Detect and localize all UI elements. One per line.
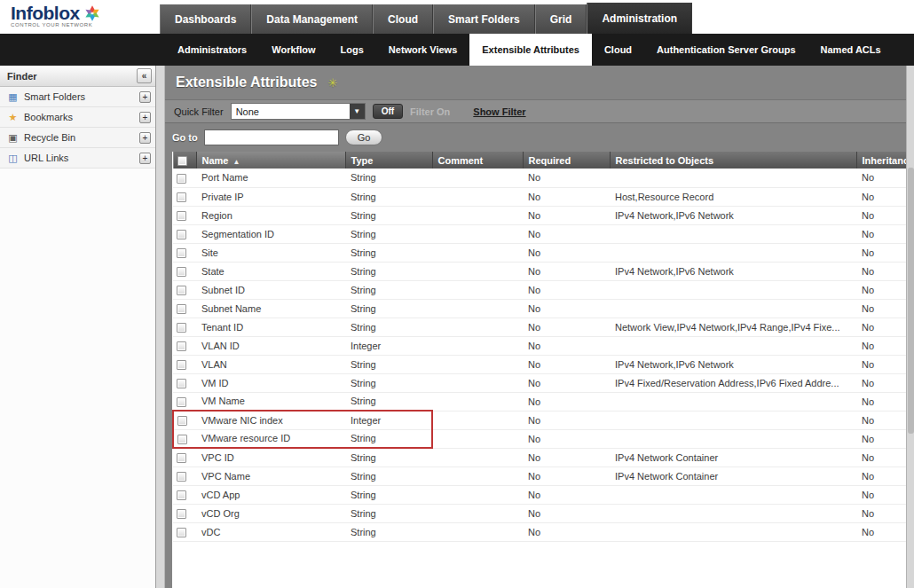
row-checkbox[interactable] <box>177 528 186 537</box>
cell-required: No <box>523 243 610 262</box>
row-checkbox[interactable] <box>177 323 186 333</box>
expand-plus-button[interactable]: + <box>139 153 151 164</box>
cell-required: No <box>523 224 610 243</box>
column-header-type[interactable]: Type <box>345 152 432 169</box>
sidebar-item-smart-folders[interactable]: ▦ Smart Folders + <box>0 87 155 107</box>
vertical-scrollbar[interactable] <box>906 66 914 588</box>
scrollbar-thumb[interactable] <box>908 168 914 434</box>
row-checkbox[interactable] <box>177 435 187 444</box>
sub-tab-logs[interactable]: Logs <box>328 34 376 66</box>
cell-type: String <box>345 169 432 187</box>
sidebar-item-url-links[interactable]: ◫ URL Links + <box>0 148 155 169</box>
row-checkbox[interactable] <box>177 490 186 500</box>
main-tab-grid[interactable]: Grid <box>535 4 587 34</box>
table-row[interactable]: VPC NameStringNoIPv4 Network ContainerNo <box>173 466 914 485</box>
table-row[interactable]: VMware resource IDStringNoNo <box>173 429 914 448</box>
column-header-comment[interactable]: Comment <box>432 152 523 169</box>
sub-tab-extensible-attributes[interactable]: Extensible Attributes <box>469 34 592 66</box>
row-checkbox[interactable] <box>177 472 186 482</box>
expand-plus-button[interactable]: + <box>139 112 151 123</box>
chevron-down-icon[interactable]: ▼ <box>350 104 365 119</box>
table-row[interactable]: Private IPStringNoHost,Resource RecordNo <box>173 187 914 206</box>
sub-tab-authentication-server-groups[interactable]: Authentication Server Groups <box>644 34 808 66</box>
row-checkbox[interactable] <box>177 267 186 277</box>
row-checkbox[interactable] <box>177 174 186 184</box>
table-row[interactable]: vDCStringNoNo <box>173 522 914 541</box>
main-tab-smart-folders[interactable]: Smart Folders <box>433 4 535 34</box>
cell-type: String <box>345 355 432 373</box>
table-row[interactable]: VPC IDStringNoIPv4 Network ContainerNo <box>173 448 914 466</box>
show-filter-link[interactable]: Show Filter <box>473 106 525 117</box>
sidebar-item-bookmarks[interactable]: ★ Bookmarks + <box>0 107 155 128</box>
row-checkbox[interactable] <box>177 192 186 202</box>
column-header-restricted-to-objects[interactable]: Restricted to Objects <box>610 152 856 169</box>
row-checkbox[interactable] <box>177 230 186 239</box>
table-row[interactable]: Subnet IDStringNoNo <box>173 280 914 299</box>
table-row[interactable]: SiteStringNoNo <box>173 243 914 262</box>
cell-name: VMware resource ID <box>196 429 345 448</box>
filter-off-toggle[interactable]: Off <box>373 104 403 119</box>
cell-type: String <box>345 299 432 318</box>
row-checkbox[interactable] <box>177 341 186 351</box>
select-all-checkbox[interactable] <box>177 156 187 166</box>
column-header-name[interactable]: Name▲ <box>196 152 345 169</box>
select-all-header-cell <box>173 152 196 169</box>
panel-splitter[interactable] <box>156 66 165 588</box>
sidebar-item-recycle-bin[interactable]: ▣ Recycle Bin + <box>0 128 155 148</box>
goto-input[interactable] <box>204 129 339 145</box>
sub-tab-named-acls[interactable]: Named ACLs <box>808 34 894 66</box>
table-row[interactable]: Port NameStringNoNo <box>173 169 914 187</box>
cell-type: Integer <box>345 336 432 355</box>
attributes-table-wrap: Name▲ Type Comment Required Restricted t… <box>172 152 914 588</box>
table-row[interactable]: StateStringNoIPv4 Network,IPv6 NetworkNo <box>173 262 914 280</box>
quick-filter-select[interactable]: None ▼ <box>231 103 366 120</box>
cell-required: No <box>523 485 610 504</box>
table-row[interactable]: Segmentation IDStringNoNo <box>173 224 914 243</box>
row-checkbox[interactable] <box>177 211 186 221</box>
table-row[interactable]: VM IDStringNoIPv4 Fixed/Reservation Addr… <box>173 373 914 392</box>
row-checkbox[interactable] <box>177 509 186 519</box>
column-label: Type <box>351 155 374 166</box>
table-row[interactable]: VLANStringNoIPv4 Network,IPv6 NetworkNo <box>173 355 914 373</box>
main-tab-dashboards[interactable]: Dashboards <box>160 4 251 34</box>
row-checkbox[interactable] <box>177 248 186 258</box>
brand-logo: Infoblox CONTROL YOUR NETWORK <box>0 0 160 34</box>
table-row[interactable]: Tenant IDStringNoNetwork View,IPv4 Netwo… <box>173 318 914 336</box>
sub-tab-workflow[interactable]: Workflow <box>259 34 327 66</box>
table-row[interactable]: vCD AppStringNoNo <box>173 485 914 504</box>
row-checkbox[interactable] <box>177 379 186 388</box>
sidebar-item-label: URL Links <box>24 153 139 163</box>
collapse-panel-button[interactable]: « <box>137 68 152 83</box>
sub-tab-administrators[interactable]: Administrators <box>165 34 259 66</box>
go-button[interactable]: Go <box>345 129 383 145</box>
main-tab-administration[interactable]: Administration <box>587 3 692 34</box>
table-row[interactable]: VLAN IDIntegerNoNo <box>173 336 914 355</box>
main-tab-data-management[interactable]: Data Management <box>251 4 373 34</box>
row-checkbox[interactable] <box>177 286 186 295</box>
row-checkbox[interactable] <box>177 416 187 426</box>
cell-required: No <box>523 429 610 448</box>
cell-name: VM Name <box>196 392 345 411</box>
cell-name: Subnet Name <box>196 299 345 318</box>
brand-name: Infoblox <box>11 3 80 24</box>
table-row[interactable]: RegionStringNoIPv4 Network,IPv6 NetworkN… <box>173 206 914 224</box>
table-row[interactable]: Subnet NameStringNoNo <box>173 299 914 318</box>
column-header-required[interactable]: Required <box>523 152 610 169</box>
cell-name: vDC <box>196 522 345 541</box>
expand-plus-button[interactable]: + <box>139 91 151 103</box>
row-checkbox-cell <box>173 318 196 336</box>
row-checkbox[interactable] <box>177 397 186 407</box>
table-row[interactable]: vCD OrgStringNoNo <box>173 504 914 522</box>
table-row[interactable]: VM NameStringNoNo <box>173 392 914 411</box>
row-checkbox[interactable] <box>177 360 186 370</box>
cell-comment <box>432 169 523 187</box>
row-checkbox[interactable] <box>177 453 186 463</box>
row-checkbox[interactable] <box>177 304 186 314</box>
row-checkbox-cell <box>173 280 196 299</box>
table-row[interactable]: VMware NIC indexIntegerNoNo <box>173 411 914 429</box>
sub-tab-cloud[interactable]: Cloud <box>592 34 644 66</box>
sub-tab-network-views[interactable]: Network Views <box>376 34 469 66</box>
row-checkbox-cell <box>173 206 196 224</box>
main-tab-cloud[interactable]: Cloud <box>373 4 433 34</box>
expand-plus-button[interactable]: + <box>139 132 151 144</box>
